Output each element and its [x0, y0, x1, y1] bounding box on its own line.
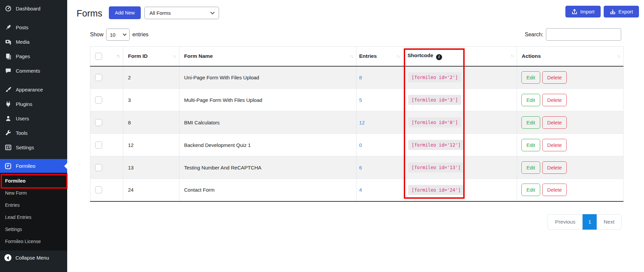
delete-button[interactable]: Delete: [542, 139, 567, 151]
submenu-item-formileo[interactable]: Formileo: [0, 175, 67, 187]
edit-button[interactable]: Edit: [521, 184, 540, 196]
current-page-button[interactable]: 1: [583, 214, 597, 230]
previous-page-button[interactable]: Previous: [548, 214, 583, 230]
table-row: 8 BMI Calculators 12 [formileo id='8'] E…: [90, 111, 624, 134]
speech-bubble-icon: [5, 68, 11, 74]
form-name-cell: Multi-Page Form With Files Upload: [179, 89, 356, 111]
collapse-arrow-icon: [4, 254, 11, 261]
sidebar-item-media[interactable]: Media: [0, 35, 67, 49]
import-button[interactable]: Import: [565, 6, 601, 17]
delete-button[interactable]: Delete: [542, 184, 567, 196]
delete-button[interactable]: Delete: [542, 116, 567, 129]
active-menu-arrow: [64, 163, 67, 169]
table-row: 24 Contact Form 4 [formileo id='24'] Edi…: [90, 179, 624, 201]
edit-button[interactable]: Edit: [521, 161, 540, 174]
column-header-form-name[interactable]: Form Name ↑↓: [179, 47, 356, 66]
sliders-icon: [5, 144, 11, 151]
submenu-item-lead-entries[interactable]: Lead Entries: [0, 211, 67, 223]
form-id-cell: 8: [123, 111, 179, 134]
delete-button[interactable]: Delete: [542, 94, 567, 106]
sort-icon[interactable]: ↑↓: [396, 54, 400, 59]
sidebar-item-plugins[interactable]: Plugins: [0, 97, 67, 111]
row-checkbox[interactable]: [95, 164, 102, 171]
page-size-select[interactable]: 10: [106, 29, 130, 41]
table-row: 2 Uni-Page Form With Files Upload 8 [for…: [90, 66, 624, 89]
row-checkbox[interactable]: [95, 74, 102, 81]
sidebar-item-dashboard[interactable]: Dashboard: [0, 1, 67, 16]
sort-icon[interactable]: ↑↓: [511, 53, 514, 58]
column-header-actions[interactable]: Actions ↑↓: [517, 47, 624, 66]
entries-count-link[interactable]: 8: [359, 75, 362, 80]
sidebar-item-tools[interactable]: Tools: [0, 126, 67, 140]
pages-icon: [5, 53, 11, 60]
collapse-menu-label: Collapse Menu: [15, 255, 49, 261]
sidebar-item-users[interactable]: Users: [0, 111, 67, 126]
row-checkbox[interactable]: [95, 119, 102, 126]
search-label: Search:: [525, 32, 543, 38]
formileo-forms-page: Dashboard Posts Media Pages Commen: [0, 0, 644, 272]
row-checkbox[interactable]: [95, 186, 102, 193]
wrench-icon: [5, 130, 11, 137]
submenu-item-entries[interactable]: Entries: [0, 199, 67, 211]
edit-button[interactable]: Edit: [521, 71, 540, 84]
sidebar-item-label: Appearance: [16, 87, 43, 92]
camera-icon: [5, 39, 11, 45]
delete-button[interactable]: Delete: [542, 71, 567, 84]
shortcode-badge: [formileo id='12']: [408, 140, 464, 150]
form-name-cell: Backend Development Quiz 1: [179, 134, 356, 156]
column-header-entries[interactable]: Entries ↑↓: [356, 47, 403, 66]
shortcode-badge: [formileo id='13']: [408, 162, 464, 172]
column-header-form-id[interactable]: Form ID ↑↓: [123, 47, 179, 66]
sidebar-item-settings[interactable]: Settings: [0, 140, 67, 155]
delete-button[interactable]: Delete: [542, 161, 567, 174]
sidebar-item-pages[interactable]: Pages: [0, 49, 67, 64]
entries-count-link[interactable]: 0: [359, 142, 362, 148]
column-header-shortcode[interactable]: Shortcodei ↑↓: [403, 47, 517, 66]
select-all-header[interactable]: ↑↓: [90, 47, 123, 66]
sidebar-item-posts[interactable]: Posts: [0, 20, 67, 35]
entries-count-link[interactable]: 4: [359, 187, 362, 193]
select-all-checkbox[interactable]: [95, 53, 102, 60]
form-id-cell: 12: [123, 134, 179, 156]
edit-button[interactable]: Edit: [521, 139, 540, 151]
add-new-button[interactable]: Add New: [109, 6, 141, 19]
submenu-item-new-form[interactable]: New Form: [0, 187, 67, 199]
show-label: Show: [90, 32, 103, 38]
sort-icon[interactable]: ↑↓: [350, 54, 353, 59]
info-icon: i: [436, 54, 442, 60]
sidebar-item-formileo[interactable]: Formileo: [0, 159, 67, 173]
sidebar-item-label: Tools: [16, 130, 28, 136]
forms-table: ↑↓ Form ID ↑↓ Form Name ↑↓ Entries ↑↓: [90, 46, 623, 202]
sort-icon[interactable]: ↑↓: [117, 53, 120, 59]
submenu-item-formileo-license[interactable]: Formileo License: [0, 235, 67, 247]
entries-count-link[interactable]: 6: [359, 165, 362, 170]
import-icon: [571, 9, 577, 15]
form-filter-value: All Forms: [149, 10, 171, 16]
entries-count-link[interactable]: 5: [359, 97, 362, 103]
row-checkbox[interactable]: [95, 142, 102, 149]
entries-count-link[interactable]: 12: [359, 120, 365, 125]
next-page-button[interactable]: Next: [597, 214, 621, 230]
pagination: Previous 1 Next: [548, 214, 621, 230]
collapse-menu-button[interactable]: Collapse Menu: [0, 250, 67, 265]
chevron-down-icon: [123, 32, 126, 36]
sidebar-item-label: Plugins: [16, 101, 32, 107]
sidebar-item-comments[interactable]: Comments: [0, 64, 67, 78]
edit-button[interactable]: Edit: [521, 94, 540, 106]
sort-icon[interactable]: ↑↓: [173, 54, 176, 59]
submenu-item-settings[interactable]: Settings: [0, 223, 67, 235]
sidebar-item-label: Formileo: [16, 163, 35, 169]
edit-button[interactable]: Edit: [521, 116, 540, 129]
sort-icon[interactable]: ↑↓: [617, 54, 620, 59]
export-button[interactable]: Export: [604, 6, 639, 17]
sidebar-item-label: Settings: [16, 145, 34, 150]
search-input[interactable]: [546, 28, 621, 41]
form-id-cell: 3: [123, 89, 179, 111]
form-filter-select[interactable]: All Forms: [144, 7, 219, 19]
user-icon: [5, 115, 11, 122]
row-checkbox[interactable]: [95, 96, 102, 104]
page-size-value: 10: [110, 32, 116, 38]
table-row: 13 Testing Number And ReCAPTCHA 6 [formi…: [90, 156, 624, 179]
sidebar-item-label: Posts: [16, 25, 29, 30]
sidebar-item-appearance[interactable]: Appearance: [0, 82, 67, 97]
